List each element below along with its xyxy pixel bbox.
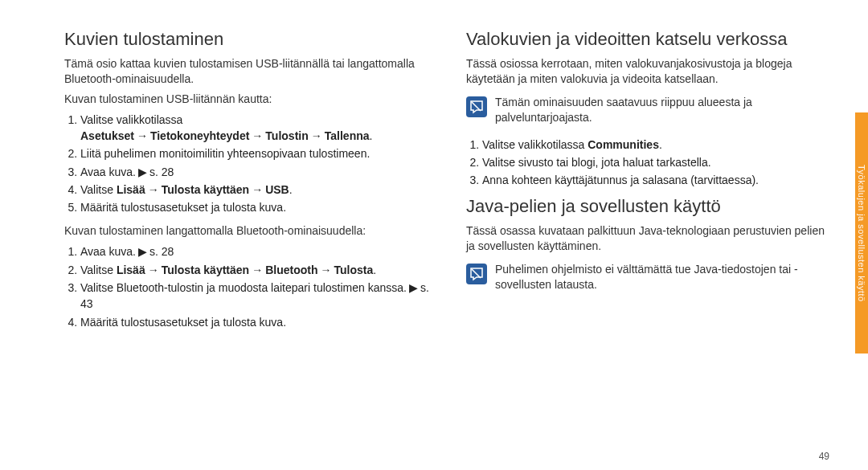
list-item: Avaa kuva.▶s. 28 <box>80 164 434 180</box>
note-block: Puhelimen ohjelmisto ei välttämättä tue … <box>466 262 836 292</box>
page: Kuvien tulostaminen Tämä osio kattaa kuv… <box>0 0 868 470</box>
right-column: Valokuvien ja videoitten katselu verkoss… <box>466 24 836 462</box>
usb-steps: Valitse valikkotilassa Asetukset→Tietoko… <box>64 112 434 216</box>
triangle-icon: ▶ <box>136 166 149 178</box>
heading-print-images: Kuvien tulostaminen <box>64 29 434 50</box>
arrow-icon: → <box>317 264 334 276</box>
arrow-icon: → <box>145 183 162 196</box>
sub-usb: Kuvan tulostaminen USB-liitännän kautta: <box>64 92 434 107</box>
list-item: Liitä puhelimen monitoimilitin yhteensop… <box>80 145 434 161</box>
bt-steps: Avaa kuva.▶s. 28 Valitse Lisää→Tulosta k… <box>64 243 434 329</box>
chapter-tab: Työkalujen ja sovellusten käyttö <box>855 112 868 354</box>
arrow-icon: → <box>249 264 265 276</box>
list-item: Määritä tulostusasetukset ja tulosta kuv… <box>80 199 434 215</box>
triangle-icon: ▶ <box>407 281 420 294</box>
sub-bluetooth: Kuvan tulostaminen langattomalla Bluetoo… <box>64 223 434 239</box>
heading-java: Java-pelien ja sovellusten käyttö <box>466 196 836 217</box>
chapter-tab-label: Työkalujen ja sovellusten käyttö <box>857 165 866 302</box>
arrow-icon: → <box>249 129 265 142</box>
note-text: Puhelimen ohjelmisto ei välttämättä tue … <box>495 262 836 292</box>
left-column: Kuvien tulostaminen Tämä osio kattaa kuv… <box>64 24 434 462</box>
list-item: Määritä tulostusasetukset ja tulosta kuv… <box>80 314 434 330</box>
note-text: Tämän ominaisuuden saatavuus riippuu alu… <box>495 95 836 125</box>
arrow-icon: → <box>134 129 150 142</box>
page-number: 49 <box>819 451 829 462</box>
list-item: Valitse valikkotilassa Asetukset→Tietoko… <box>80 112 434 145</box>
list-item: Avaa kuva.▶s. 28 <box>80 243 434 260</box>
note-block: Tämän ominaisuuden saatavuus riippuu alu… <box>466 95 836 125</box>
arrow-icon: → <box>249 183 265 196</box>
list-item: Valitse Lisää→Tulosta käyttäen→USB. <box>80 182 434 198</box>
list-item: Valitse valikkotilassa Communities. <box>482 137 836 153</box>
list-item: Valitse sivusto tai blogi, jota haluat t… <box>482 154 836 170</box>
list-item: Valitse Bluetooth-tulostin ja muodosta l… <box>80 280 434 313</box>
heading-online-viewing: Valokuvien ja videoitten katselu verkoss… <box>466 29 836 50</box>
note-icon <box>466 264 487 284</box>
list-item: Valitse Lisää→Tulosta käyttäen→Bluetooth… <box>80 262 434 278</box>
communities-steps: Valitse valikkotilassa Communities. Vali… <box>466 137 836 189</box>
arrow-icon: → <box>145 264 162 276</box>
arrow-icon: → <box>309 129 325 142</box>
triangle-icon: ▶ <box>136 245 149 258</box>
note-icon <box>466 96 487 117</box>
list-item: Anna kohteen käyttäjätunnus ja salasana … <box>482 172 836 188</box>
para: Tässä osassa kuvataan palkittuun Java-te… <box>466 223 836 254</box>
intro-text: Tämä osio kattaa kuvien tulostamisen USB… <box>64 56 434 87</box>
para: Tässä osiossa kerrotaan, miten valokuvan… <box>466 56 836 87</box>
